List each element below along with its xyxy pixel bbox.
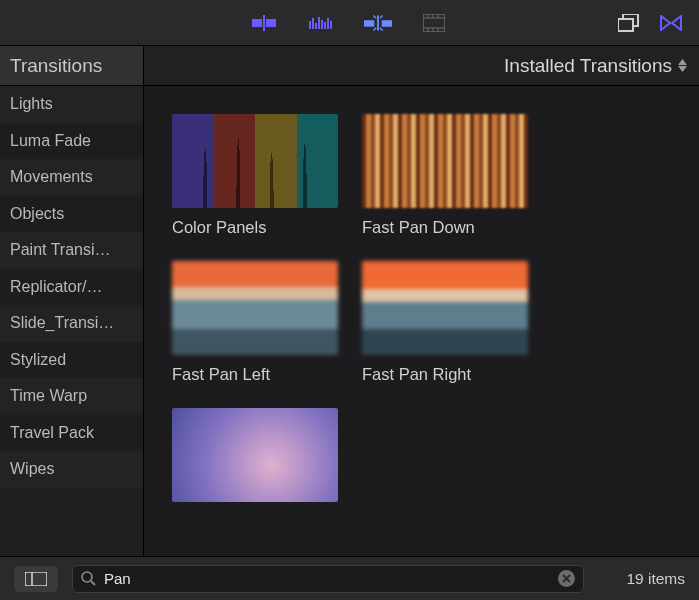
svg-rect-1 [266,19,276,27]
svg-point-31 [82,572,92,582]
generators-browser-icon[interactable] [308,9,336,37]
sidebar-item-label: Paint Transi… [10,241,110,259]
sidebar-item-objects[interactable]: Objects [0,196,143,233]
sidebar-item-slide-transitions[interactable]: Slide_Transi… [0,305,143,342]
transition-item[interactable]: Color Panels [172,114,338,237]
svg-rect-12 [381,20,391,27]
sidebar-item-movements[interactable]: Movements [0,159,143,196]
search-field[interactable] [72,565,584,593]
svg-rect-18 [423,14,445,32]
sidebar-item-label: Time Warp [10,387,87,405]
svg-line-15 [379,15,382,18]
browser-footer: 19 items [0,556,699,600]
transition-label: Fast Pan Right [362,365,528,384]
item-count: 19 items [626,570,685,588]
svg-rect-29 [25,572,47,586]
top-toolbar [0,0,699,46]
svg-rect-4 [312,18,314,29]
svg-line-14 [373,15,376,18]
sidebar-item-paint-transitions[interactable]: Paint Transi… [0,232,143,269]
sidebar-item-luma-fade[interactable]: Luma Fade [0,123,143,160]
transition-thumb [172,114,338,208]
library-selector[interactable]: Installed Transitions [144,55,699,77]
sidebar-toggle-icon [25,572,47,586]
sidebar-item-wipes[interactable]: Wipes [0,451,143,488]
transition-thumb [362,114,528,208]
svg-rect-7 [321,20,323,29]
sidebar-item-travel-pack[interactable]: Travel Pack [0,415,143,452]
svg-rect-10 [330,21,332,29]
transition-label: Fast Pan Down [362,218,528,237]
transition-label: Fast Pan Left [172,365,338,384]
transition-thumb [172,408,338,502]
transitions-grid: Color Panels Fast Pan Down Fast Pan Left… [144,86,699,556]
clear-search-button[interactable] [558,570,575,587]
svg-rect-3 [309,21,311,29]
sidebar-item-label: Travel Pack [10,424,94,442]
svg-line-16 [373,27,376,30]
transition-item[interactable] [172,408,338,512]
category-sidebar: Lights Luma Fade Movements Objects Paint… [0,86,144,556]
svg-rect-11 [364,20,374,27]
library-title: Installed Transitions [504,55,672,77]
sidebar-item-label: Slide_Transi… [10,314,114,332]
sidebar-item-time-warp[interactable]: Time Warp [0,378,143,415]
filmstrip-icon[interactable] [420,9,448,37]
sidebar-item-label: Replicator/… [10,278,102,296]
sidebar-item-label: Objects [10,205,64,223]
transition-thumb [362,261,528,355]
transition-label: Color Panels [172,218,338,237]
sidebar-toggle-button[interactable] [14,566,58,592]
svg-rect-5 [315,23,317,29]
svg-rect-6 [318,17,320,29]
updown-icon [678,59,687,72]
transition-thumb [172,261,338,355]
transition-item[interactable]: Fast Pan Down [362,114,528,237]
close-icon [562,574,571,583]
svg-rect-28 [618,19,633,31]
sidebar-item-label: Luma Fade [10,132,91,150]
sidebar-item-lights[interactable]: Lights [0,86,143,123]
windows-icon[interactable] [615,9,643,37]
transition-item[interactable]: Fast Pan Left [172,261,338,384]
sidebar-item-replicator[interactable]: Replicator/… [0,269,143,306]
svg-line-17 [379,27,382,30]
sidebar-item-label: Lights [10,95,53,113]
svg-rect-2 [263,15,265,31]
transitions-browser-icon[interactable] [364,9,392,37]
category-title: Transitions [0,46,144,85]
sidebar-item-label: Wipes [10,460,54,478]
bowtie-icon[interactable] [657,9,685,37]
svg-line-32 [91,581,95,585]
sidebar-item-stylized[interactable]: Stylized [0,342,143,379]
titles-browser-icon[interactable] [252,9,280,37]
svg-rect-9 [327,18,329,29]
search-input[interactable] [104,570,550,587]
sidebar-item-label: Movements [10,168,93,186]
sidebar-item-label: Stylized [10,351,66,369]
svg-rect-0 [252,19,262,27]
browser-header: Transitions Installed Transitions [0,46,699,86]
search-icon [81,571,96,586]
transition-item[interactable]: Fast Pan Right [362,261,528,384]
svg-rect-8 [324,22,326,29]
